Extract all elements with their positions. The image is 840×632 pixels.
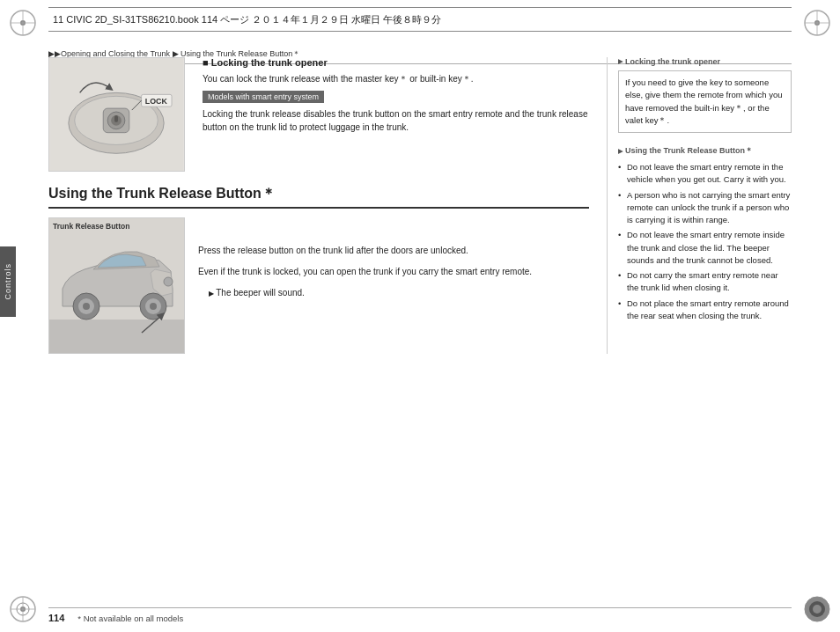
header-file-info: 11 CIVIC 2D_SI-31TS86210.book 114 ページ ２０…: [53, 13, 441, 26]
bullet-item: A person who is not carrying the smart e…: [618, 189, 792, 227]
smart-entry-badge: Models with smart entry system: [203, 91, 324, 103]
bottom-text: Press the release button on the trunk li…: [198, 217, 589, 354]
right-panel-release-section: Using the Trunk Release Button＊ Do not l…: [618, 145, 792, 322]
right-panel-locking-box: If you need to give the key to someone e…: [618, 70, 792, 133]
bullet-item: Do not carry the smart entry remote near…: [618, 269, 792, 295]
bottom-content: Trunk Release Button: [48, 217, 589, 354]
corner-decoration-tl: [7, 7, 39, 39]
locking-intro: You can lock the trunk release with the …: [203, 72, 589, 85]
bottom-section: Using the Trunk Release Button＊ Trunk Re…: [48, 185, 589, 354]
trunk-release-image: Trunk Release Button: [48, 217, 185, 354]
trunk-lock-image: LOCK: [48, 57, 185, 172]
svg-point-34: [164, 277, 173, 286]
right-panel-bullet-list: Do not leave the smart entry remote in t…: [618, 161, 792, 322]
svg-rect-22: [114, 115, 118, 122]
footer: 114 * Not available on all models: [48, 607, 792, 623]
locking-body: Locking the trunk release disables the t…: [203, 107, 589, 134]
right-panel-locking-section: Locking the trunk opener If you need to …: [618, 57, 792, 133]
locking-heading: Locking the trunk opener: [203, 57, 589, 68]
right-panel: Locking the trunk opener If you need to …: [607, 57, 792, 354]
paragraph2: Even if the trunk is locked, you can ope…: [198, 265, 589, 279]
right-panel-locking-title: Locking the trunk opener: [618, 57, 792, 66]
paragraph1: Press the release button on the trunk li…: [198, 244, 589, 258]
header-bar: 11 CIVIC 2D_SI-31TS86210.book 114 ページ ２０…: [48, 7, 792, 32]
sidebar-label: Controls: [4, 263, 12, 300]
corner-decoration-br: [801, 593, 833, 625]
svg-point-15: [813, 605, 822, 614]
footer-note: * Not available on all models: [77, 614, 183, 623]
corner-decoration-bl: [7, 593, 39, 625]
svg-point-30: [83, 303, 90, 310]
bullet-item: Do not place the smart entry remote arou…: [618, 298, 792, 323]
corner-decoration-tr: [801, 7, 833, 39]
trunk-release-image-label: Trunk Release Button: [53, 222, 129, 231]
top-section: LOCK Locking the trunk opener You can lo…: [48, 57, 589, 172]
sidebar-controls-tab: Controls: [0, 246, 16, 317]
bullet-item: Do not leave the smart entry remote insi…: [618, 229, 792, 267]
svg-text:LOCK: LOCK: [145, 97, 168, 106]
main-content: LOCK Locking the trunk opener You can lo…: [48, 57, 792, 592]
left-column: LOCK Locking the trunk opener You can lo…: [48, 57, 589, 354]
bullet-item: Do not leave the smart entry remote in t…: [618, 161, 792, 187]
page-number: 114: [48, 613, 64, 623]
content-row: LOCK Locking the trunk opener You can lo…: [48, 57, 792, 354]
top-right-text: Locking the trunk opener You can lock th…: [203, 57, 589, 172]
section-title: Using the Trunk Release Button＊: [48, 185, 589, 209]
beeper-note: The beeper will sound.: [198, 286, 589, 300]
right-panel-release-title: Using the Trunk Release Button＊: [618, 145, 792, 157]
svg-rect-27: [49, 320, 185, 354]
svg-point-33: [150, 303, 157, 310]
